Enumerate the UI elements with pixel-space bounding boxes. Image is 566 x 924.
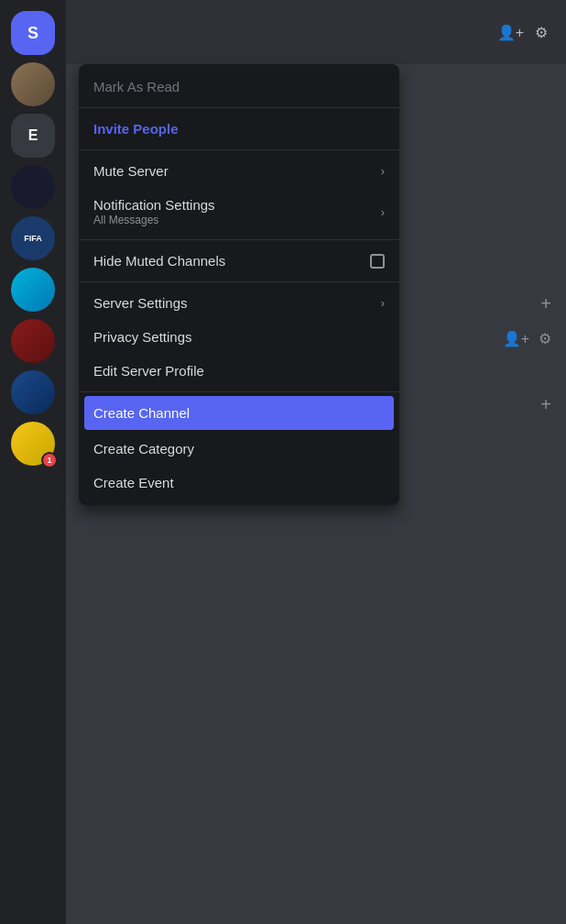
add-member-btn[interactable]: 👤+ bbox=[503, 330, 529, 347]
divider-2 bbox=[79, 149, 399, 150]
menu-item-create-category[interactable]: Create Category bbox=[79, 432, 399, 466]
menu-item-notification-settings[interactable]: Notification Settings All Messages › bbox=[79, 188, 399, 236]
divider-4 bbox=[79, 281, 399, 282]
server-icon-teal[interactable] bbox=[11, 268, 55, 312]
menu-item-mark-as-read: Mark As Read bbox=[79, 70, 399, 104]
hide-muted-checkbox[interactable] bbox=[370, 254, 385, 269]
menu-item-hide-muted[interactable]: Hide Muted Channels bbox=[79, 244, 399, 278]
server-icon-blue2[interactable] bbox=[11, 370, 55, 414]
notif-badge: 1 bbox=[41, 452, 58, 468]
server-icon-yellow[interactable]: 1 bbox=[11, 422, 55, 466]
settings-icon[interactable]: ⚙ bbox=[535, 24, 548, 41]
add-channel-bottom[interactable]: + bbox=[540, 394, 551, 415]
server-teal-wrapper[interactable] bbox=[11, 268, 55, 312]
server-icon-e[interactable]: E bbox=[11, 114, 55, 158]
server-sidebar: S E FIFA 1 bbox=[0, 0, 66, 924]
server-icon-avatar1[interactable] bbox=[11, 62, 55, 106]
server-blue2-wrapper[interactable] bbox=[11, 370, 55, 414]
plus-icon-top[interactable]: + bbox=[540, 293, 551, 314]
menu-item-privacy-settings[interactable]: Privacy Settings bbox=[79, 320, 399, 354]
chevron-notification-icon: › bbox=[381, 205, 385, 219]
add-channel-top[interactable]: + bbox=[540, 293, 551, 314]
chevron-mute-icon: › bbox=[381, 164, 385, 178]
menu-item-invite-people[interactable]: Invite People bbox=[79, 112, 399, 146]
top-bar: 👤+ ⚙ bbox=[66, 0, 566, 64]
menu-item-edit-server-profile[interactable]: Edit Server Profile bbox=[79, 354, 399, 388]
menu-item-create-event[interactable]: Create Event bbox=[79, 466, 399, 500]
server-icon-fifa: FIFA bbox=[11, 216, 55, 260]
server-s-wrapper[interactable]: S bbox=[11, 11, 55, 55]
server-red-wrapper[interactable] bbox=[11, 319, 55, 363]
server-fifa-wrapper[interactable]: FIFA bbox=[11, 216, 55, 260]
menu-item-mute-server[interactable]: Mute Server › bbox=[79, 154, 399, 188]
divider-3 bbox=[79, 239, 399, 240]
server-icon-dark[interactable] bbox=[11, 165, 55, 209]
menu-item-server-settings[interactable]: Server Settings › bbox=[79, 286, 399, 320]
context-menu: Mark As Read Invite People Mute Server ›… bbox=[79, 64, 399, 505]
settings-btn[interactable]: ⚙ bbox=[539, 330, 551, 347]
server-e-wrapper[interactable]: E bbox=[11, 114, 55, 158]
server-avatar1-wrapper[interactable] bbox=[11, 62, 55, 106]
user-action-icons: 👤+ ⚙ bbox=[503, 330, 551, 347]
add-member-icon[interactable]: 👤+ bbox=[497, 24, 524, 41]
chevron-server-settings-icon: › bbox=[381, 296, 385, 310]
menu-item-create-channel[interactable]: Create Channel bbox=[84, 396, 394, 430]
divider-5 bbox=[79, 391, 399, 392]
server-dark-wrapper[interactable] bbox=[11, 165, 55, 209]
server-icon-red[interactable] bbox=[11, 319, 55, 363]
server-yellow-wrapper[interactable]: 1 bbox=[11, 422, 55, 466]
divider-1 bbox=[79, 107, 399, 108]
plus-icon-bottom[interactable]: + bbox=[540, 394, 551, 414]
server-icon-s[interactable]: S bbox=[11, 11, 55, 55]
